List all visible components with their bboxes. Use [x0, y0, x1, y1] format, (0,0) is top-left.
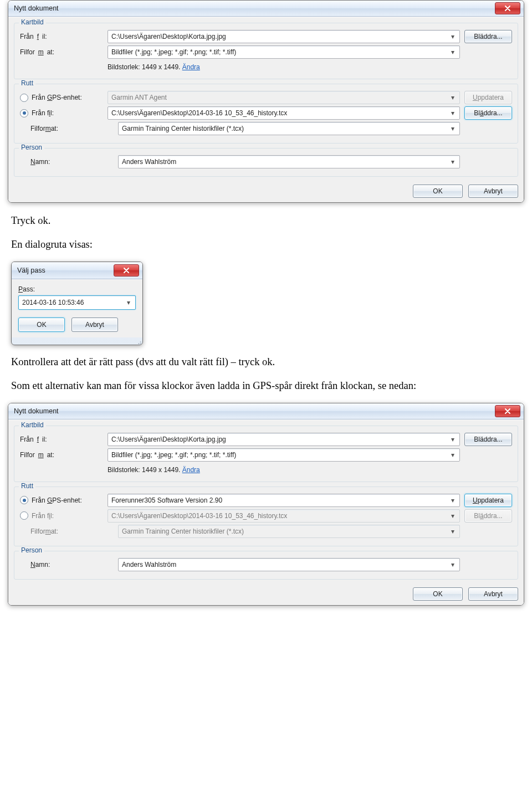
label-filformat: Filformat: — [20, 48, 103, 56]
legend-kartbild: Kartbild — [19, 421, 46, 429]
chevron-down-icon: ▾ — [448, 125, 457, 132]
kartbild-file-combo[interactable]: C:\Users\Ägaren\Desktop\Korta.jpg.jpg ▾ — [108, 433, 460, 446]
prose-tryck-ok: Tryck ok. — [11, 214, 521, 228]
gps-device-combo[interactable]: Garmin ANT Agent ▾ — [108, 91, 460, 104]
resize-grip-icon[interactable]: ⣠ — [12, 337, 142, 345]
close-icon — [505, 408, 510, 414]
rutt-format-combo: Garmin Training Center historikfiler (*.… — [118, 525, 460, 538]
kartbild-file-combo[interactable]: C:\Users\Ägaren\Desktop\Korta.jpg.jpg ▾ — [108, 30, 460, 43]
chevron-down-icon: ▾ — [124, 299, 133, 306]
pass-combo[interactable]: 2014-03-16 10:53:46 ▾ — [18, 295, 136, 310]
titlebar: Nytt dokument — [8, 403, 524, 419]
legend-person: Person — [19, 546, 44, 554]
chevron-down-icon: ▾ — [448, 436, 457, 443]
close-button[interactable] — [495, 2, 520, 14]
rutt-file-combo[interactable]: C:\Users\Ägaren\Desktop\2014-03-16 10_53… — [108, 106, 460, 120]
label-namn: Namn: — [20, 561, 114, 569]
prose-dialogruta-visas: En dialogruta visas: — [11, 238, 521, 252]
prose-kontrollera: Kontrollera att det är rätt pass (dvs at… — [11, 355, 521, 369]
chevron-down-icon: ▾ — [448, 158, 457, 166]
label-pass: Pass: — [18, 285, 136, 293]
kartbild-format-combo[interactable]: Bildfiler (*.jpg; *.jpeg; *.gif; *.png; … — [108, 45, 460, 59]
group-person: Person Namn: Anders Wahlström ▾ — [14, 148, 518, 177]
chevron-down-icon: ▾ — [448, 94, 457, 101]
bildstorlek-text: Bildstorlek: 1449 x 1449. Ändra — [108, 63, 460, 71]
namn-combo[interactable]: Anders Wahlström ▾ — [118, 155, 460, 168]
close-icon — [124, 268, 129, 273]
titlebar: Nytt dokument — [8, 1, 524, 17]
window-title: Välj pass — [17, 267, 45, 274]
group-kartbild: Kartbild Från fil: C:\Users\Ägaren\Deskt… — [14, 426, 518, 482]
browse-kartbild-button[interactable]: Bläddra... — [464, 433, 512, 446]
ok-button[interactable]: OK — [413, 185, 463, 198]
gps-device-combo[interactable]: Forerunner305 Software Version 2.90 ▾ — [108, 494, 460, 507]
close-icon — [505, 6, 510, 11]
rutt-file-combo: C:\Users\Ägaren\Desktop\2014-03-16 10_53… — [108, 509, 460, 523]
avbryt-button[interactable]: Avbryt — [71, 318, 118, 332]
legend-person: Person — [19, 144, 44, 151]
close-button[interactable] — [114, 264, 139, 277]
radio-gps[interactable] — [20, 94, 28, 102]
close-button[interactable] — [495, 405, 520, 417]
andra-link[interactable]: Ändra — [182, 63, 200, 71]
legend-kartbild: Kartbild — [19, 18, 46, 26]
label-gps-enhet: Från GPS-enhet: — [20, 94, 103, 102]
ok-button[interactable]: OK — [413, 587, 463, 601]
label-rutt-fran-fil: Från fil: — [20, 511, 103, 520]
group-rutt: Rutt Från GPS-enhet: Garmin ANT Agent ▾ … — [14, 84, 518, 144]
prose-alternativ: Som ett alternativ kan man för vissa klo… — [11, 379, 521, 393]
browse-rutt-button[interactable]: Bläddra... — [464, 106, 512, 120]
dialog-nytt-dokument-2: Nytt dokument Kartbild Från fil: C:\User… — [8, 403, 524, 606]
radio-gps[interactable] — [20, 496, 28, 504]
avbryt-button[interactable]: Avbryt — [468, 587, 518, 601]
uppdatera-button[interactable]: Uppdatera — [464, 494, 512, 507]
window-title: Nytt dokument — [14, 407, 59, 415]
label-rutt-filformat: Filformat: — [20, 125, 114, 132]
chevron-down-icon: ▾ — [448, 561, 457, 569]
ok-button[interactable]: OK — [18, 318, 65, 332]
chevron-down-icon: ▾ — [448, 48, 457, 56]
label-namn: Namn: — [20, 158, 114, 166]
label-filformat: Filformat: — [20, 451, 103, 459]
chevron-down-icon: ▾ — [448, 451, 457, 459]
uppdatera-button: Uppdatera — [464, 91, 512, 104]
chevron-down-icon: ▾ — [448, 33, 457, 40]
rutt-format-combo[interactable]: Garmin Training Center historikfiler (*.… — [118, 122, 460, 135]
chevron-down-icon: ▾ — [448, 109, 457, 117]
browse-kartbild-button[interactable]: Bläddra... — [464, 30, 512, 43]
titlebar: Välj pass — [12, 262, 142, 279]
legend-rutt: Rutt — [19, 79, 35, 87]
chevron-down-icon: ▾ — [448, 496, 457, 504]
label-rutt-filformat: Filformat: — [20, 528, 114, 535]
kartbild-format-combo[interactable]: Bildfiler (*.jpg; *.jpeg; *.gif; *.png; … — [108, 448, 460, 462]
namn-combo[interactable]: Anders Wahlström ▾ — [118, 558, 460, 571]
legend-rutt: Rutt — [19, 482, 35, 490]
avbryt-button[interactable]: Avbryt — [468, 185, 518, 198]
dialog-valj-pass: Välj pass Pass: 2014-03-16 10:53:46 ▾ OK… — [11, 262, 143, 345]
label-fran-fil: Från fil: — [20, 436, 103, 443]
bildstorlek-text: Bildstorlek: 1449 x 1449. Ändra — [108, 466, 460, 474]
dialog-nytt-dokument-1: Nytt dokument Kartbild Från fil: C:\User… — [8, 0, 524, 203]
andra-link[interactable]: Ändra — [182, 466, 200, 474]
label-gps-enhet: Från GPS-enhet: — [20, 496, 103, 504]
browse-rutt-button: Bläddra... — [464, 509, 512, 523]
radio-fil[interactable] — [20, 511, 28, 520]
group-rutt: Rutt Från GPS-enhet: Forerunner305 Softw… — [14, 487, 518, 546]
label-rutt-fran-fil: Från fil: — [20, 109, 103, 117]
group-person: Person Namn: Anders Wahlström ▾ — [14, 551, 518, 580]
radio-fil[interactable] — [20, 109, 28, 117]
chevron-down-icon: ▾ — [448, 512, 457, 520]
window-title: Nytt dokument — [14, 4, 59, 12]
label-fran-fil: Från fil: — [20, 33, 103, 40]
chevron-down-icon: ▾ — [448, 528, 457, 535]
group-kartbild: Kartbild Från fil: C:\Users\Ägaren\Deskt… — [14, 23, 518, 79]
